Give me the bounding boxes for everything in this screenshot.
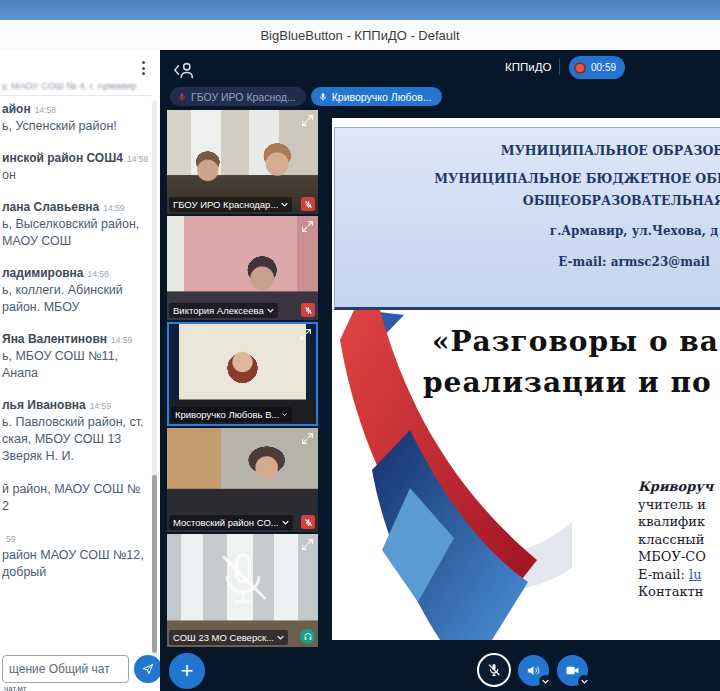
- chat-panel: у, МАОУ СОШ № 4, г. Армавир айон14:58 ь,…: [0, 50, 160, 691]
- talking-indicator-pill[interactable]: Криворучко Любов...: [311, 87, 442, 106]
- fullscreen-icon[interactable]: [301, 113, 314, 126]
- recording-time: 00:59: [591, 62, 616, 73]
- toggle-userlist-button[interactable]: [172, 59, 196, 81]
- chevron-down-icon: [281, 202, 288, 207]
- window-title: BigBlueButton - КППиДО - Default: [260, 28, 459, 43]
- speaker-info-line: МБОУ-СО: [638, 548, 713, 566]
- fullscreen-icon[interactable]: [301, 219, 314, 232]
- chat-timestamp: 14:58: [127, 154, 148, 164]
- talking-indicators: ГБОУ ИРО Краснод... Криворучко Любов...: [170, 87, 442, 106]
- slide-header-box: МУНИЦИПАЛЬНОЕ ОБРАЗОВАНИЕ МУНИЦИПАЛЬНОЕ …: [334, 127, 720, 310]
- webcam-user-label: Мостовский район СО...: [173, 517, 279, 528]
- fullscreen-icon[interactable]: [299, 327, 312, 340]
- chat-divider: [0, 95, 152, 96]
- meeting-title: КППиДО: [505, 61, 551, 73]
- talking-indicator-label: ГБОУ ИРО Краснод...: [191, 91, 296, 103]
- fullscreen-icon[interactable]: [301, 431, 314, 444]
- webcam-name-dropdown[interactable]: СОШ 23 МО Северск...: [169, 630, 288, 645]
- slide-title-line2: реализации и по: [423, 362, 719, 403]
- mic-muted-badge-icon: [301, 197, 315, 211]
- email-label: E-mail:: [638, 567, 689, 582]
- action-bar: +: [160, 650, 720, 691]
- speaker-info-line: квалифик: [638, 513, 713, 531]
- mic-muted-badge-icon: [301, 303, 315, 317]
- webcam-name-dropdown[interactable]: ГБОУ ИРО Краснодар...: [169, 197, 292, 212]
- email-link[interactable]: lu: [689, 567, 702, 582]
- chat-message-input[interactable]: [2, 655, 129, 683]
- webcam-tile: СОШ 23 МО Северск...: [167, 534, 318, 647]
- chat-options-kebab-icon[interactable]: [136, 58, 150, 78]
- webcam-name-dropdown[interactable]: Криворучко Любовь В...: [171, 407, 292, 422]
- speaker-name: Криворуч: [638, 478, 713, 496]
- speaker-email-line: E-mail: lu: [638, 566, 713, 584]
- leave-audio-button[interactable]: [518, 655, 549, 686]
- chevron-down-icon: [282, 520, 289, 525]
- webcam-tile: Мостовский район СО...: [167, 428, 318, 532]
- chevron-down-icon: [277, 635, 284, 640]
- webcam-user-label: ГБОУ ИРО Краснодар...: [173, 199, 278, 210]
- chat-message: лана Славьевна14:59 ь, Выселковский райо…: [2, 200, 150, 250]
- mic-slash-icon: [486, 662, 502, 678]
- slide-speaker-info: Криворуч учитель и квалифик классный МБО…: [638, 478, 713, 601]
- slide-header-line: г.Армавир, ул.Чехова, д: [335, 224, 720, 238]
- chat-message: Яна Валентиновн14:59 ь, МБОУ СОШ №11, Ан…: [2, 332, 150, 382]
- camera-options-chevron-icon[interactable]: [578, 675, 591, 688]
- chat-sender-name: айон: [2, 102, 31, 116]
- chat-message: 1315:00 он, МБОУ СОШ №13 сенковой: [2, 597, 150, 599]
- chat-footer-partial-text: чат.мт: [4, 684, 27, 691]
- speaker-info-line: классный: [638, 531, 713, 549]
- webcam-tile: ГБОУ ИРО Краснодар...: [167, 110, 318, 214]
- send-plane-icon: [141, 662, 155, 676]
- chat-timestamp: 14:58: [88, 269, 109, 279]
- speaker-info-line: учитель и: [638, 496, 713, 514]
- talking-indicator-label: Криворучко Любов...: [332, 91, 432, 103]
- talking-indicator-pill[interactable]: ГБОУ ИРО Краснод...: [170, 87, 306, 106]
- camera-icon: [565, 663, 580, 678]
- webcam-user-label: Криворучко Любовь В...: [175, 409, 279, 420]
- recording-indicator[interactable]: 00:59: [569, 56, 625, 79]
- chat-message-text: ь. Павловский район, ст. ская, МБОУ СОШ …: [2, 414, 150, 465]
- record-dot-icon: [574, 62, 586, 74]
- microphone-icon: [177, 92, 187, 102]
- chat-sender-name: инской район СОШ4: [2, 151, 123, 165]
- header-divider: [559, 59, 560, 75]
- webcam-column: ГБОУ ИРО Краснодар...: [167, 110, 318, 649]
- chat-message: 59 район МАОУ СОШ №12, добрый: [2, 531, 150, 581]
- speaker-contact-line: Контактн: [638, 583, 713, 601]
- send-message-button[interactable]: [134, 655, 160, 683]
- webcam-user-label: Виктория Алексеева: [173, 305, 264, 316]
- fullscreen-icon[interactable]: [301, 537, 314, 550]
- audio-options-chevron-icon[interactable]: [539, 675, 552, 688]
- chevron-down-icon: [282, 412, 287, 417]
- slide-header-line: МУНИЦИПАЛЬНОЕ БЮДЖЕТНОЕ ОБЩЕОБРАЗОВАТ: [335, 171, 720, 186]
- webcam-name-dropdown[interactable]: Виктория Алексеева: [169, 303, 278, 318]
- webcam-name-dropdown[interactable]: Мостовский район СО...: [169, 515, 293, 530]
- chat-message: й район, МАОУ СОШ № 2: [2, 481, 150, 515]
- slide-header-line: ОБЩЕОБРАЗОВАТЕЛЬНАЯ Ш: [335, 193, 720, 208]
- chat-sender-name: лья Ивановна: [2, 398, 86, 412]
- chat-message-text: ь, коллеги. Абинский район. МБОУ: [2, 282, 150, 316]
- chat-message-text: й район, МАОУ СОШ № 2: [2, 481, 150, 515]
- chat-sender-name: лана Славьевна: [2, 200, 99, 214]
- chat-message-text: ь, Успенский район!: [2, 118, 150, 135]
- chat-timestamp: 14:58: [35, 105, 56, 115]
- webcam-button[interactable]: [557, 655, 588, 686]
- chat-message: ладимировна14:58 ь, коллеги. Абинский ра…: [2, 266, 150, 316]
- unmute-microphone-button[interactable]: [477, 653, 511, 687]
- webcam-tile: Виктория Алексеева: [167, 216, 318, 320]
- chat-message-text: ь, Выселковский район, МАОУ СОШ: [2, 216, 150, 250]
- chat-timestamp: 14:59: [111, 335, 132, 345]
- person-chevron-icon: [172, 59, 196, 81]
- meeting-area: КППиДО 00:59 ГБОУ ИРО Краснод...: [160, 50, 720, 691]
- chat-sender-name: ладимировна: [2, 266, 84, 280]
- chat-timestamp: 14:59: [103, 203, 124, 213]
- slide-title-line1: «Разговоры о ва: [432, 321, 719, 362]
- chat-timestamp: 14:59: [90, 401, 111, 411]
- chat-timestamp: 59: [6, 534, 15, 544]
- actions-plus-button[interactable]: +: [169, 653, 205, 689]
- bbb-app: у, МАОУ СОШ № 4, г. Армавир айон14:58 ь,…: [0, 50, 720, 691]
- chat-input-row: [2, 655, 160, 683]
- webcam-user-label: СОШ 23 МО Северск...: [173, 632, 274, 643]
- chat-scrollbar-thumb[interactable]: [152, 475, 157, 653]
- chevron-down-icon: [267, 308, 274, 313]
